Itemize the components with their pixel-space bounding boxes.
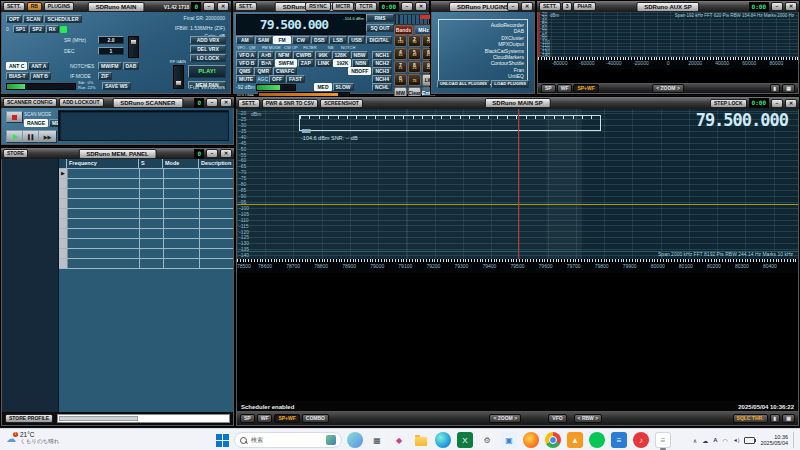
ime-icon[interactable]: A xyxy=(713,437,717,443)
aux-display-mode-button[interactable]: SP xyxy=(541,84,556,93)
rx-grid-button[interactable]: 128K xyxy=(332,51,350,59)
battery-icon[interactable] xyxy=(744,437,755,444)
display-mode-button[interactable]: SP+WF xyxy=(274,414,299,423)
rx-grid-button[interactable]: OFF xyxy=(269,75,285,83)
display-mode-button[interactable]: SP xyxy=(240,414,255,423)
minimize-button[interactable]: – xyxy=(507,2,519,11)
decimation-slider[interactable] xyxy=(128,36,139,58)
line-icon[interactable] xyxy=(589,432,605,448)
settings-icon[interactable]: ⚙ xyxy=(479,432,495,448)
main-top-button[interactable]: SCAN xyxy=(23,15,43,23)
ifmode-button[interactable]: ZIF xyxy=(98,72,112,80)
rx-grid-button[interactable]: FAST xyxy=(286,75,305,83)
screenshot-button[interactable]: SCREENSHOT xyxy=(320,99,363,108)
chevron-up-icon[interactable]: ∧ xyxy=(693,437,697,444)
notch-filter-button[interactable]: DAB xyxy=(123,62,140,70)
scan-mode-button[interactable]: RANGE xyxy=(24,119,48,127)
volume-icon[interactable]: ◄) xyxy=(733,437,740,443)
scanner-config-button[interactable]: SCANNER CONFIG xyxy=(3,98,57,107)
rx-grid-button[interactable]: NCH3 xyxy=(372,67,392,75)
app-orange-icon[interactable]: ▲ xyxy=(567,432,583,448)
keypad-key-button[interactable]: 549 xyxy=(408,48,421,60)
rx-grid-button[interactable]: NBW xyxy=(351,51,369,59)
aux-spectrum-display[interactable]: dBm Span 192 kHz FFT 620 Pts RBW 154.84 … xyxy=(538,12,798,57)
rx-grid-button[interactable]: SLOW xyxy=(333,83,354,91)
plugin-list-item[interactable]: UnitEQ xyxy=(508,73,524,79)
rx-grid-button[interactable]: NBOFF xyxy=(348,67,371,75)
keypad-key-button[interactable]: 290 xyxy=(408,35,421,47)
rx-grid-button[interactable]: -92 dBm xyxy=(236,84,255,90)
memory-table-row[interactable] xyxy=(59,229,233,239)
rx-grid-button[interactable]: CWPB xyxy=(293,51,314,59)
rx-title-button[interactable]: MCTR xyxy=(332,2,354,11)
rx-grid-button[interactable]: SWFM xyxy=(275,59,296,67)
main-spectrum-display[interactable]: -20-25-30-35-40-45-50-55-60-65-70-75-80-… xyxy=(237,109,798,259)
excel-icon[interactable]: X xyxy=(457,432,473,448)
main-waterfall[interactable] xyxy=(237,273,798,401)
keypad-band-button[interactable]: Bands xyxy=(394,25,413,35)
memory-table-row[interactable] xyxy=(59,239,233,249)
add-lockout-button[interactable]: ADD LOCKOUT xyxy=(59,98,104,107)
keypad-key-button[interactable]: 1120 xyxy=(394,35,407,47)
notepad-icon[interactable]: ≡ xyxy=(655,432,671,448)
minimize-button[interactable]: – xyxy=(206,98,218,107)
display-mode-button[interactable]: WF xyxy=(257,414,273,423)
chrome-icon[interactable] xyxy=(545,432,561,448)
squelch-threshold-button[interactable]: SQLC THR. xyxy=(733,414,768,423)
rx-grid-button[interactable]: LINK xyxy=(315,59,333,67)
memory-table-row[interactable]: ▶ xyxy=(59,169,233,179)
memory-table-row[interactable] xyxy=(59,179,233,189)
play-button[interactable]: PLAY! xyxy=(188,65,226,78)
rx-grid-button[interactable] xyxy=(256,84,296,91)
rx-grid-button[interactable]: NCH2 xyxy=(372,59,392,67)
minimize-button[interactable]: – xyxy=(203,2,215,11)
memory-table-row[interactable] xyxy=(59,189,233,199)
edge-icon[interactable] xyxy=(435,432,451,448)
minimize-button[interactable]: – xyxy=(401,2,413,11)
main-top-button[interactable]: SCHEDULER xyxy=(44,15,81,23)
rx-title-button[interactable]: TCTR xyxy=(355,2,376,11)
aux-display-mode-button[interactable]: SP+WF xyxy=(573,84,598,93)
close-button[interactable]: ✕ xyxy=(785,99,797,108)
mode-button[interactable]: CW xyxy=(292,36,310,44)
sp-rx-button[interactable]: SP2 xyxy=(29,25,44,33)
close-button[interactable]: ✕ xyxy=(521,2,533,11)
rx-grid-button[interactable]: NFM xyxy=(275,51,292,59)
add-vrx-button[interactable]: ADD VRX xyxy=(190,36,226,44)
rx-grid-button[interactable]: MUTE xyxy=(236,75,256,83)
grid-icon-button[interactable]: ▦ xyxy=(782,84,795,93)
mode-button[interactable]: LSB xyxy=(329,36,347,44)
plugins-button[interactable]: PLUGINS xyxy=(44,2,74,11)
antenna-button[interactable]: ANT C xyxy=(6,62,27,70)
save-workspace-button[interactable]: SAVE WS xyxy=(102,82,131,90)
rx-grid-button[interactable]: 96K xyxy=(315,51,330,59)
minimize-button[interactable]: – xyxy=(771,2,783,11)
divider-icon-button[interactable]: ▮ xyxy=(770,414,781,423)
rx-grid-button[interactable]: B>A xyxy=(258,59,274,67)
sr-value-field[interactable]: 2.0 xyxy=(98,36,124,44)
store-button[interactable]: STORE xyxy=(3,149,28,158)
sp-rx-button[interactable]: RX xyxy=(46,25,59,33)
photos-icon[interactable]: ◆ xyxy=(391,432,407,448)
rx-grid-button[interactable]: NCH1 xyxy=(372,51,392,59)
dec-value-field[interactable]: 1 xyxy=(98,47,124,55)
music-icon[interactable]: ♪ xyxy=(633,432,649,448)
mode-button[interactable]: FM xyxy=(273,36,291,44)
keypad-key-button[interactable]: 731 xyxy=(394,61,407,73)
rx-grid-button[interactable]: CWAFC xyxy=(273,67,297,75)
rx-grid-button[interactable]: A>B xyxy=(258,51,274,59)
onedrive-icon[interactable]: ☁ xyxy=(702,437,708,444)
task-view-icon[interactable]: ▦ xyxy=(369,432,385,448)
rx-grid-button[interactable]: VFO B xyxy=(236,59,257,67)
scan-list-panel[interactable] xyxy=(58,110,229,141)
minimize-button[interactable]: – xyxy=(771,99,783,108)
lo-lock-button[interactable]: LO LOCK xyxy=(190,54,226,62)
antenna-button[interactable]: ANT B xyxy=(30,72,51,80)
rx-grid-button[interactable]: NBN xyxy=(352,59,369,67)
rx-grid-button[interactable]: NCHL xyxy=(372,83,392,91)
load-plugins-button[interactable]: LOAD PLUGINS xyxy=(491,80,529,88)
scan-skip-button[interactable]: ▶▶ xyxy=(38,130,57,143)
memory-table-row[interactable] xyxy=(59,199,233,209)
mode-button[interactable]: DSB xyxy=(311,36,329,44)
divider-icon-button[interactable]: ▮ xyxy=(770,84,781,93)
